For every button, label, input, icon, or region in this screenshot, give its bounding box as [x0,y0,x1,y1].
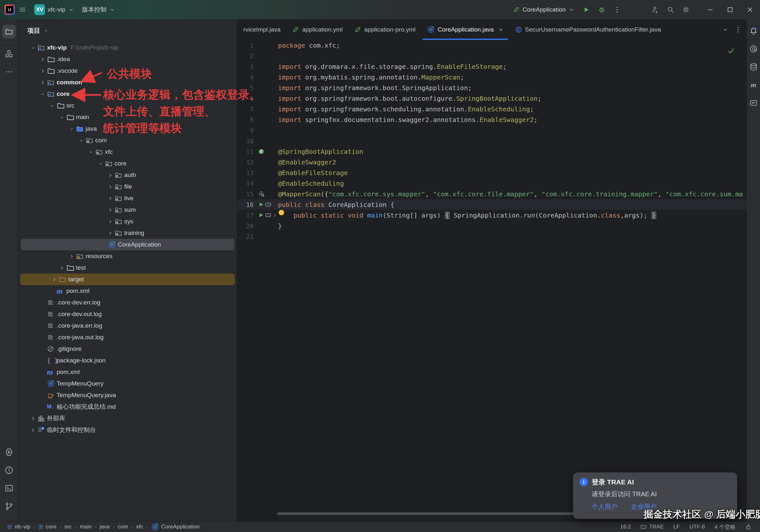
close-button[interactable] [740,0,760,19]
tool-button-aiat[interactable] [748,43,759,55]
tree-item-auth[interactable]: auth [18,169,237,181]
run-gutter-icon[interactable] [258,212,264,218]
code-line-15[interactable]: 15@MapperScan({"com.xfc.core.sys.mapper"… [237,189,746,199]
tool-button-problems[interactable] [2,463,16,477]
code-line-7[interactable]: 7import org.springframework.scheduling.a… [237,104,746,114]
chevron-expanded-icon[interactable] [96,161,105,167]
chevron-collapsed-icon[interactable] [38,79,47,86]
tool-button-structure[interactable] [2,47,16,61]
code-line-3[interactable]: 3import org.dromara.x.file.storage.sprin… [237,61,746,72]
breadcrumb-main[interactable]: main [80,524,92,530]
breadcrumb-src[interactable]: src [64,524,72,530]
tree-item-xfc[interactable]: xfc [18,146,237,158]
inspections-ok-icon[interactable] [727,47,735,55]
tab-list-chevron-icon[interactable] [722,26,729,33]
maximize-button[interactable] [720,0,740,19]
run-configuration-selector[interactable]: CoreApplication [509,3,579,16]
tree-item-.core-dev.out.log[interactable]: .core-dev.out.log [18,308,237,320]
main-menu-button[interactable] [15,3,30,16]
intention-bulb-icon[interactable] [279,210,284,215]
editor-tab-CoreApplication.java[interactable]: CoreApplication.java [421,19,509,40]
code-line-2[interactable]: 2 [237,51,746,61]
run-widget-icon[interactable] [265,212,271,218]
spring-scan-gutter-icon[interactable] [258,191,265,197]
code-line-10[interactable]: 10 [237,135,746,146]
breadcrumb-java[interactable]: java [100,524,110,530]
chevron-collapsed-icon[interactable] [106,195,115,202]
tree-item-training[interactable]: training [18,227,237,239]
editor-tab-application-pro.yml[interactable]: application-pro.yml [349,19,421,40]
fold-chevron-icon[interactable] [272,213,277,218]
breadcrumb-CoreApplication[interactable]: CoreApplication [151,523,200,531]
run-widget-icon[interactable] [265,202,271,208]
code-line-20[interactable]: 20} [237,220,746,231]
tree-item-TempMenuQuery.java[interactable]: TempMenuQuery.java [18,389,237,401]
code-line-11[interactable]: 11@SpringBootApplication [237,146,746,157]
caret-position[interactable]: 16:2 [620,524,631,530]
tree-item-.core-java.out.log[interactable]: .core-java.out.log [18,331,237,343]
tool-button-folder[interactable] [2,25,16,38]
breadcrumb-xfc-vip[interactable]: xfc-vip [7,524,30,530]
chevron-collapsed-icon[interactable] [57,265,66,271]
chevron-collapsed-icon[interactable] [67,253,76,260]
project-widget[interactable]: XV xfc-vip [30,3,78,16]
tool-button-bell[interactable] [748,25,759,37]
tree-item-.core-java.err.log[interactable]: .core-java.err.log [18,320,237,331]
settings-button[interactable] [678,3,694,16]
chevron-expanded-icon[interactable] [67,126,76,132]
code-line-9[interactable]: 9 [237,125,746,135]
chevron-collapsed-icon[interactable] [106,184,115,190]
tool-button-moredots[interactable] [2,65,16,78]
file-encoding[interactable]: UTF-8 [689,524,705,530]
code-editor[interactable]: 1package com.xfc;23import org.dromara.x.… [237,40,746,242]
code-line-1[interactable]: 1package com.xfc; [237,40,746,51]
breadcrumb-com[interactable]: com [118,524,128,530]
tree-item-.core-dev.err.log[interactable]: .core-dev.err.log [18,297,237,308]
editor-tab-application.yml[interactable]: application.yml [286,19,349,40]
indent-setting[interactable]: 4 个空格 [715,523,736,531]
tree-item-file[interactable]: file [18,181,237,192]
breadcrumb-xfc[interactable]: xfc [136,524,143,530]
tab-options-kebab-icon[interactable] [734,26,742,33]
editor-tab-rviceImpl.java[interactable]: rviceImpl.java [237,19,286,40]
tree-item-test[interactable]: test [18,262,237,273]
tree-item-pom.xml[interactable]: mpom.xml [18,366,237,378]
run-button[interactable] [579,3,594,16]
chevron-collapsed-icon[interactable] [106,218,115,225]
tool-button-runhex[interactable] [2,445,16,459]
notification-action-个人用户[interactable]: 个人用户 [592,503,617,511]
tree-item-target[interactable]: target [18,273,237,285]
chevron-expanded-icon[interactable] [48,103,57,109]
code-line-5[interactable]: 5import org.springframework.boot.SpringA… [237,82,746,93]
chevron-collapsed-icon[interactable] [50,276,59,283]
code-line-6[interactable]: 6import org.springframework.boot.autocon… [237,93,746,104]
minimize-button[interactable] [700,0,720,19]
readonly-toggle[interactable] [745,524,752,530]
ide-badge[interactable]: TRAE [640,524,663,530]
tree-item-.gitignore[interactable]: .gitignore [18,343,237,355]
tool-button-chatcard[interactable] [748,97,759,109]
vcs-widget[interactable]: 版本控制 [78,3,119,16]
tree-item-.idea[interactable]: .idea [18,53,237,65]
chevron-expanded-icon[interactable] [86,149,95,155]
search-everywhere-button[interactable] [663,3,678,16]
tree-item-package-lock.json[interactable]: { }package-lock.json [18,355,237,366]
chevron-collapsed-icon[interactable] [28,415,37,422]
tree-item-pom.xml[interactable]: mpom.xml [18,285,237,297]
code-line-13[interactable]: 13@EnableFileStorage [237,168,746,178]
chevron-collapsed-icon[interactable] [38,56,47,63]
tree-item-live[interactable]: live [18,192,237,204]
chevron-collapsed-icon[interactable] [28,427,37,433]
tree-item-CoreApplication[interactable]: CoreApplication [18,239,237,250]
tree-item-core[interactable]: core [18,158,237,169]
chevron-expanded-icon[interactable] [76,138,86,143]
run-gutter-icon[interactable] [258,202,264,208]
spring-bean-gutter-icon[interactable] [258,148,264,155]
tree-item-xfc-vip[interactable]: xfc-vipF:\csdnProj\xfc-vip [18,42,237,53]
chevron-collapsed-icon[interactable] [38,68,47,74]
code-line-4[interactable]: 4import org.mybatis.spring.annotation.Ma… [237,72,746,82]
editor-tab-SecurUsernamePasswordAuthenticationFilter.java[interactable]: SecurUsernamePasswordAuthenticationFilte… [509,19,667,40]
tool-button-branch[interactable] [2,500,16,513]
chevron-collapsed-icon[interactable] [106,207,115,213]
code-line-14[interactable]: 14@EnableScheduling [237,178,746,189]
